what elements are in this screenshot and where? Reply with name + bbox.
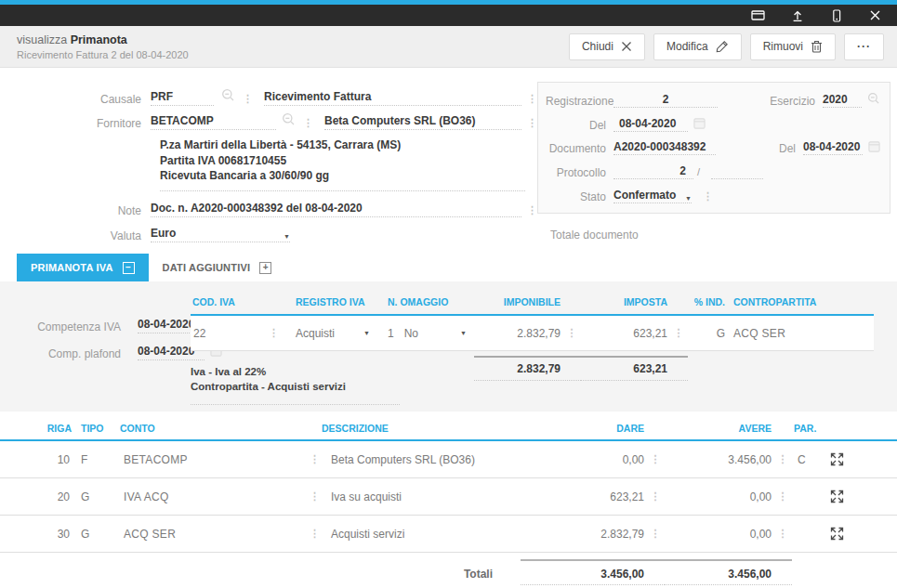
window-close-icon[interactable]: [868, 8, 882, 22]
riga-descrizione[interactable]: Iva su acquisti: [331, 490, 402, 503]
totale-documento-row: Totale documento 3.456,00 €: [537, 226, 890, 244]
esercizio-field[interactable]: 2020: [823, 93, 862, 108]
table-row[interactable]: 10 F BETACOMP ⋮Beta Computers SRL (BO36)…: [0, 441, 897, 478]
entity-title: Primanota: [71, 33, 127, 46]
chevron-down-icon: ▼: [685, 195, 692, 202]
more-actions-button[interactable]: ···: [844, 33, 884, 60]
causale-desc-field[interactable]: Ricevimento Fattura: [264, 90, 521, 106]
data-documento-field[interactable]: 08-04-2020: [803, 140, 863, 155]
valuta-select[interactable]: Euro ▼: [151, 227, 290, 242]
header-actions: Chiudi Modifica Rimuovi ···: [569, 33, 884, 60]
causale-code-field[interactable]: PRF: [151, 90, 214, 106]
col-descrizione: DESCRIZIONE: [307, 423, 521, 434]
card-panel-icon[interactable]: [751, 8, 765, 22]
riga-descrizione[interactable]: Acquisti servizi: [331, 528, 404, 541]
riga-dare[interactable]: 623,21: [610, 490, 644, 503]
cod-iva-value[interactable]: 22: [193, 327, 205, 340]
mobile-device-icon[interactable]: [829, 8, 843, 22]
registrazione-field[interactable]: 2: [613, 93, 718, 108]
calendar-icon[interactable]: [693, 117, 706, 132]
kebab-menu-icon[interactable]: ⋮: [777, 454, 788, 464]
close-icon: [621, 41, 632, 52]
expand-row-icon[interactable]: [818, 452, 855, 466]
note-field[interactable]: Doc. n. A2020-000348392 del 08-04-2020: [151, 202, 521, 217]
tab-bar: PRIMANOTA IVA − DATI AGGIUNTIVI +: [17, 254, 285, 281]
chiudi-label: Chiudi: [582, 40, 613, 53]
contropartita-conto[interactable]: ACQ SER: [725, 327, 874, 340]
righe-table-header: RIGA TIPO CONTO DESCRIZIONE DARE AVERE P…: [0, 412, 897, 441]
stato-select[interactable]: Confermato ▼: [613, 189, 692, 203]
documento-field[interactable]: A2020-000348392: [613, 140, 716, 155]
kebab-menu-icon[interactable]: ⋮: [703, 191, 713, 202]
collapse-icon[interactable]: −: [123, 262, 135, 274]
n-value: 1: [388, 327, 394, 340]
primanota-window: visualizza Primanota Ricevimento Fattura…: [0, 0, 897, 588]
riga-avere[interactable]: 3.456,00: [728, 453, 772, 466]
kebab-menu-icon[interactable]: ⋮: [527, 94, 537, 104]
expand-row-icon[interactable]: [818, 527, 855, 541]
kebab-menu-icon[interactable]: ⋮: [310, 529, 320, 539]
registro-iva-select[interactable]: Acquisti ▼: [286, 327, 376, 340]
data-registrazione-field[interactable]: 08-04-2020: [613, 117, 688, 132]
riga-conto[interactable]: BETACOMP: [116, 453, 307, 466]
page-title-block: visualizza Primanota Ricevimento Fattura…: [17, 33, 189, 60]
kebab-menu-icon[interactable]: ⋮: [527, 205, 537, 216]
kebab-menu-icon[interactable]: ⋮: [566, 328, 577, 338]
search-icon[interactable]: [867, 92, 880, 108]
note-label: Note: [0, 204, 151, 217]
riga-descrizione[interactable]: Beta Computers SRL (BO36): [331, 453, 475, 466]
col-imposta: IMPOSTA: [581, 296, 688, 307]
col-conto: CONTO: [116, 423, 307, 434]
chiudi-button[interactable]: Chiudi: [569, 33, 645, 60]
imposta-value[interactable]: 623,21: [633, 327, 667, 340]
protocollo-bis-field[interactable]: [711, 164, 763, 179]
kebab-menu-icon[interactable]: ⋮: [269, 328, 279, 338]
kebab-menu-icon[interactable]: ⋮: [777, 529, 788, 539]
riga-avere[interactable]: 0,00: [750, 528, 772, 541]
table-row[interactable]: 30 G ACQ SER ⋮Acquisti servizi 2.832,79⋮…: [0, 516, 897, 553]
valuta-label: Valuta: [0, 229, 151, 242]
protocollo-field[interactable]: 2: [613, 164, 693, 179]
more-icon: ···: [857, 40, 871, 53]
kebab-menu-icon[interactable]: ⋮: [673, 328, 684, 338]
expand-plus-icon[interactable]: +: [259, 262, 271, 274]
kebab-menu-icon[interactable]: ⋮: [650, 529, 661, 539]
kebab-menu-icon[interactable]: ⋮: [527, 118, 537, 128]
competenza-iva-row: Competenza IVA 08-04-2020: [0, 317, 222, 333]
rimuovi-button[interactable]: Rimuovi: [750, 33, 836, 60]
imponibile-value[interactable]: 2.832,79: [517, 327, 561, 340]
trash-icon: [811, 40, 823, 53]
riga-dare[interactable]: 0,00: [623, 453, 644, 466]
riga-conto[interactable]: IVA ACQ: [116, 490, 307, 503]
modifica-button[interactable]: Modifica: [653, 33, 742, 60]
riga-conto[interactable]: ACQ SER: [116, 528, 307, 541]
calendar-icon[interactable]: [868, 140, 880, 155]
iva-row[interactable]: 22 ⋮ Acquisti ▼ 1 No ▼ 2.832,79 ⋮ 623,: [191, 316, 874, 351]
tab-dati-aggiuntivi[interactable]: DATI AGGIUNTIVI +: [149, 254, 286, 281]
omaggio-select[interactable]: 1 No ▼: [376, 327, 474, 340]
fornitore-desc-field[interactable]: Beta Computers SRL (BO36): [324, 114, 521, 130]
kebab-menu-icon[interactable]: ⋮: [310, 491, 320, 502]
fornitore-code-field[interactable]: BETACOMP: [151, 114, 276, 130]
kebab-menu-icon[interactable]: ⋮: [303, 118, 313, 128]
comp-plafond-row: Comp. plafond 08-04-2020: [0, 344, 222, 360]
kebab-menu-icon[interactable]: ⋮: [310, 454, 320, 464]
kebab-menu-icon[interactable]: ⋮: [243, 94, 253, 104]
tab-primanota-iva[interactable]: PRIMANOTA IVA −: [17, 254, 149, 281]
kebab-menu-icon[interactable]: ⋮: [777, 491, 788, 502]
fornitore-details: P.za Martiri della Libertà - 54135, Carr…: [160, 137, 525, 191]
empty-note-field[interactable]: [191, 404, 400, 405]
search-icon[interactable]: [282, 112, 296, 129]
upload-icon[interactable]: [790, 8, 804, 22]
causale-row: Causale PRF ⋮ Ricevimento Fattura ⋮: [0, 88, 537, 106]
righe-totals: Totali 3.456,00 3.456,00: [0, 559, 897, 585]
expand-row-icon[interactable]: [818, 490, 855, 503]
riga-dare[interactable]: 2.832,79: [600, 528, 644, 541]
table-row[interactable]: 20 G IVA ACQ ⋮Iva su acquisti 623,21⋮ 0,…: [0, 478, 897, 516]
search-icon[interactable]: [221, 88, 235, 105]
note-row: Note Doc. n. A2020-000348392 del 08-04-2…: [0, 201, 537, 217]
kebab-menu-icon[interactable]: ⋮: [650, 491, 661, 502]
riga-avere[interactable]: 0,00: [750, 490, 772, 503]
chevron-down-icon: ▼: [460, 330, 467, 336]
kebab-menu-icon[interactable]: ⋮: [650, 454, 661, 464]
